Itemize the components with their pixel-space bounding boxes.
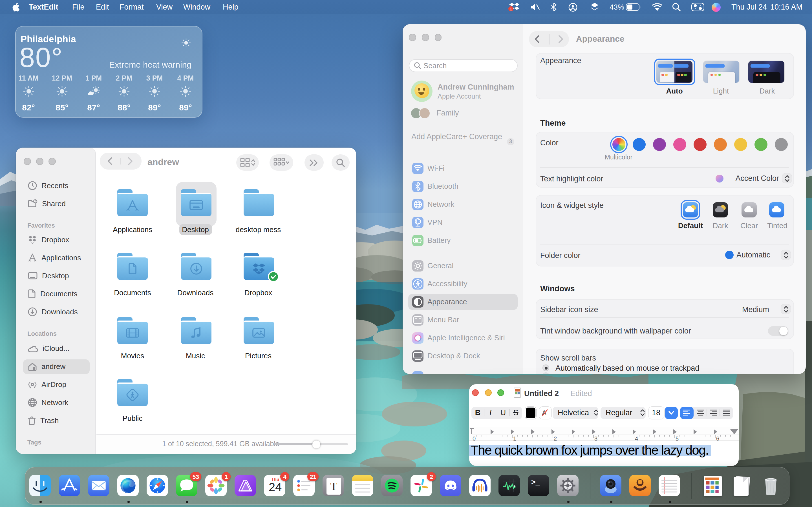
svg-text:2: 2 [553,435,557,441]
svg-text:6: 6 [716,435,719,441]
svg-text:3: 3 [594,435,597,441]
svg-text:5: 5 [675,435,678,441]
svg-text:1: 1 [510,7,512,11]
svg-text:0: 0 [472,435,475,441]
svg-text:4: 4 [635,435,638,441]
svg-text:1: 1 [513,435,516,441]
